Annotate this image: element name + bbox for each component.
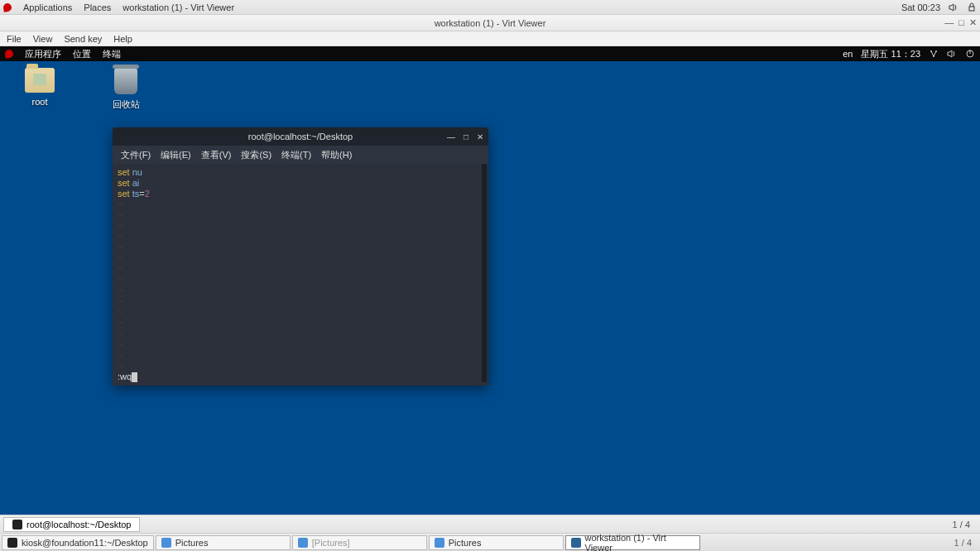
terminal-empty-line: ~ (118, 232, 483, 242)
desktop-icon-label: 回收站 (113, 98, 140, 111)
terminal-empty-line: ~ (118, 199, 483, 210)
taskbar-item-label: kiosk@foundation11:~/Desktop (22, 538, 148, 548)
taskbar-item[interactable]: workstation (1) - Virt Viewer (565, 535, 700, 550)
host-taskbar-main: kiosk@foundation11:~/DesktopPictures[Pic… (0, 533, 980, 551)
taskbar-item[interactable]: Pictures (429, 535, 564, 550)
terminal-line: set ai (118, 178, 483, 189)
guest-menu-applications[interactable]: 应用程序 (25, 48, 61, 60)
host-clock: Sat 00:23 (901, 2, 940, 12)
taskbar-item[interactable]: kiosk@foundation11:~/Desktop (2, 535, 154, 550)
trash-icon (114, 68, 137, 94)
workspace-pager[interactable]: 1 / 4 (948, 538, 978, 548)
terminal-empty-line: ~ (118, 275, 483, 285)
guest-input-lang[interactable]: en (843, 49, 853, 59)
files-icon (298, 538, 308, 548)
terminal-status-line: :wq (118, 371, 137, 382)
terminal-empty-line: ~ (118, 361, 483, 371)
vv-close-button[interactable]: ✕ (969, 17, 977, 28)
guest-clock: 星期五 11：23 (861, 48, 920, 60)
terminal-empty-line: ~ (118, 350, 483, 361)
vv-maximize-button[interactable]: □ (958, 17, 964, 28)
redhat-icon (2, 2, 12, 12)
terminal-close-button[interactable]: ✕ (477, 132, 483, 141)
terminal-empty-line: ~ (118, 285, 483, 296)
guest-desktop[interactable]: 应用程序 位置 终端 en 星期五 11：23 root 回收站 root@lo… (0, 46, 980, 515)
terminal-empty-line: ~ (118, 318, 483, 328)
host-top-bar: Applications Places workstation (1) - Vi… (0, 0, 980, 15)
vv-menu-help[interactable]: Help (113, 34, 132, 44)
terminal-empty-line: ~ (118, 242, 483, 253)
network-icon[interactable] (929, 49, 939, 59)
files-icon (161, 538, 171, 548)
terminal-menu-edit[interactable]: 编辑(E) (161, 149, 191, 161)
host-menu-places[interactable]: Places (84, 2, 111, 12)
terminal-titlebar[interactable]: root@localhost:~/Desktop — □ ✕ (113, 127, 488, 146)
svg-rect-0 (969, 7, 974, 11)
host-menu-applications[interactable]: Applications (23, 2, 72, 12)
terminal-empty-line: ~ (118, 328, 483, 339)
desktop-icon-trash[interactable]: 回收站 (101, 68, 151, 111)
terminal-menu-search[interactable]: 搜索(S) (241, 149, 271, 161)
terminal-empty-line: ~ (118, 307, 483, 318)
terminal-empty-line: ~ (118, 221, 483, 232)
taskbar-item-label: root@localhost:~/Desktop (26, 520, 131, 529)
terminal-line: set nu (118, 167, 483, 178)
terminal-empty-line: ~ (118, 253, 483, 264)
lock-icon[interactable] (967, 2, 977, 12)
terminal-title: root@localhost:~/Desktop (248, 132, 353, 141)
vv-menu-sendkey[interactable]: Send key (64, 34, 102, 44)
taskbar-item[interactable]: [Pictures] (292, 535, 427, 550)
guest-menu-places[interactable]: 位置 (73, 48, 91, 60)
redhat-icon (4, 49, 14, 59)
terminal-empty-line: ~ (118, 264, 483, 275)
taskbar-item-label: workstation (1) - Virt Viewer (585, 533, 694, 552)
vv-titlebar[interactable]: workstation (1) - Virt Viewer — □ ✕ (0, 15, 980, 31)
guest-menu-terminal[interactable]: 终端 (103, 48, 121, 60)
terminal-scrollbar[interactable] (482, 164, 487, 382)
terminal-content[interactable]: set nuset aiset ts=2~~~~~~~~~~~~~~~~~ :w… (113, 164, 488, 386)
terminal-empty-line: ~ (118, 296, 483, 307)
terminal-menu-view[interactable]: 查看(V) (201, 149, 232, 161)
taskbar-item-label: [Pictures] (312, 538, 350, 548)
terminal-menu-terminal[interactable]: 终端(T) (281, 149, 311, 161)
folder-icon (25, 68, 55, 93)
host-active-app[interactable]: workstation (1) - Virt Viewer (122, 2, 234, 12)
terminal-window[interactable]: root@localhost:~/Desktop — □ ✕ 文件(F) 编辑(… (113, 127, 488, 386)
terminal-icon (12, 520, 22, 529)
terminal-menu-file[interactable]: 文件(F) (121, 149, 151, 161)
volume-icon[interactable] (949, 2, 958, 12)
guest-top-bar: 应用程序 位置 终端 en 星期五 11：23 (0, 46, 980, 61)
vv-title: workstation (1) - Virt Viewer (435, 18, 546, 28)
taskbar-item[interactable]: Pictures (156, 535, 291, 550)
taskbar-item-label: Pictures (175, 538, 209, 548)
vv-menu-file[interactable]: File (7, 34, 22, 44)
volume-icon[interactable] (947, 49, 957, 59)
terminal-empty-line: ~ (118, 339, 483, 350)
terminal-minimize-button[interactable]: — (447, 132, 455, 141)
desktop-icon-label: root (32, 97, 48, 107)
taskbar-item-label: Pictures (449, 538, 482, 548)
workspace-pager[interactable]: 1 / 4 (946, 520, 977, 529)
terminal-maximize-button[interactable]: □ (464, 132, 468, 141)
terminal-icon (7, 538, 17, 548)
files-icon (435, 538, 444, 548)
vv-minimize-button[interactable]: — (944, 17, 954, 28)
vv-menu-view[interactable]: View (33, 34, 53, 44)
screen-icon (571, 538, 581, 548)
taskbar-item-terminal[interactable]: root@localhost:~/Desktop (3, 517, 140, 532)
terminal-menubar: 文件(F) 编辑(E) 查看(V) 搜索(S) 终端(T) 帮助(H) (113, 146, 488, 164)
power-icon[interactable] (965, 49, 975, 59)
terminal-empty-line: ~ (118, 371, 483, 382)
terminal-empty-line: ~ (118, 210, 483, 221)
cursor-icon (132, 372, 137, 382)
terminal-menu-help[interactable]: 帮助(H) (321, 149, 352, 161)
vv-menubar: File View Send key Help (0, 31, 980, 46)
terminal-line: set ts=2 (118, 189, 483, 199)
host-taskbar-window-list: root@localhost:~/Desktop 1 / 4 (0, 515, 980, 533)
desktop-icon-home[interactable]: root (15, 68, 65, 111)
